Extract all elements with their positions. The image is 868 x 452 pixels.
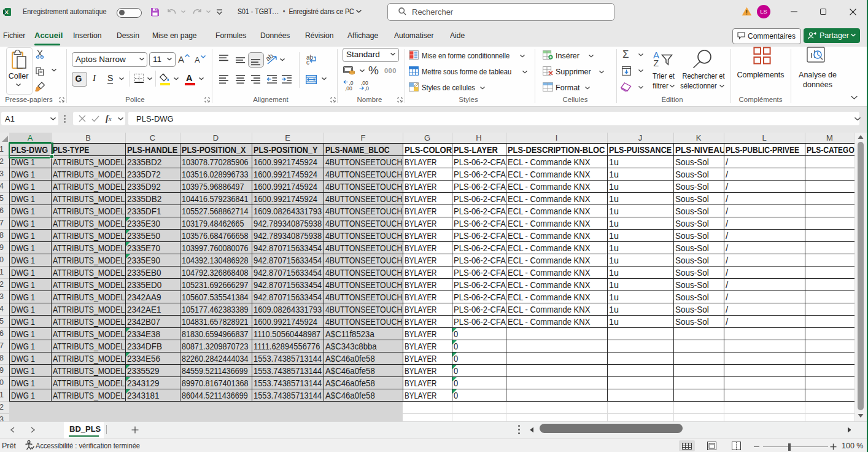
svg-text:c: c	[306, 59, 309, 66]
svg-text:,00: ,00	[345, 85, 352, 92]
svg-text:,0: ,0	[365, 85, 369, 92]
svg-text:X: X	[5, 9, 9, 15]
svg-text:ab: ab	[264, 52, 274, 62]
svg-text:Z: Z	[654, 58, 659, 68]
